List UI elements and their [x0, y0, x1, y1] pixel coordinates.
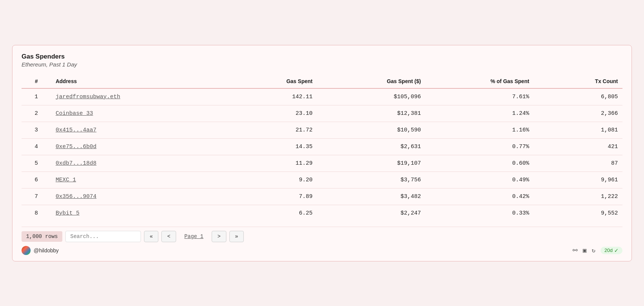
- cell-rank: 1: [22, 88, 51, 105]
- cell-gas-spent: 21.72: [218, 122, 317, 138]
- share-icon[interactable]: ⚯: [573, 247, 577, 254]
- cell-tx-count: 1,081: [534, 122, 622, 138]
- cell-gas-spent: 6.25: [218, 205, 317, 221]
- cell-gas-usd: $12,381: [317, 105, 426, 122]
- days-count: 20d: [604, 247, 613, 253]
- cell-rank: 8: [22, 205, 51, 221]
- next-page-button[interactable]: >: [212, 231, 226, 242]
- cell-rank: 2: [22, 105, 51, 122]
- first-page-button[interactable]: «: [144, 231, 158, 242]
- cell-address[interactable]: 0x356...9074: [51, 188, 218, 205]
- last-page-button[interactable]: »: [229, 231, 244, 242]
- cell-gas-spent: 11.29: [218, 155, 317, 172]
- cell-rank: 4: [22, 138, 51, 155]
- check-icon: ✓: [614, 247, 619, 253]
- cell-pct-gas: 0.77%: [426, 138, 534, 155]
- search-input[interactable]: [65, 231, 141, 242]
- cell-pct-gas: 0.49%: [426, 172, 534, 188]
- cell-tx-count: 1,222: [534, 188, 622, 205]
- avatar: [22, 246, 31, 255]
- main-container: Gas Spenders Ethereum, Past 1 Day # Addr…: [12, 45, 632, 261]
- address-link[interactable]: Bybit 5: [56, 210, 79, 216]
- cell-gas-spent: 14.35: [218, 138, 317, 155]
- rows-count: 1,000 rows: [22, 231, 62, 242]
- cell-gas-spent: 9.20: [218, 172, 317, 188]
- cell-gas-spent: 7.89: [218, 188, 317, 205]
- cell-address[interactable]: MEXC 1: [51, 172, 218, 188]
- table-row: 4 0xe75...6b0d 14.35 $2,631 0.77% 421: [22, 138, 622, 155]
- prev-page-button[interactable]: <: [161, 231, 176, 242]
- cell-address[interactable]: 0xdb7...18d8: [51, 155, 218, 172]
- table-row: 1 jaredfromsubway.eth 142.11 $105,096 7.…: [22, 88, 622, 105]
- cell-pct-gas: 0.42%: [426, 188, 534, 205]
- cell-tx-count: 9,552: [534, 205, 622, 221]
- cell-gas-usd: $19,107: [317, 155, 426, 172]
- address-link[interactable]: 0xe75...6b0d: [56, 144, 96, 150]
- cell-pct-gas: 1.24%: [426, 105, 534, 122]
- address-link[interactable]: 0x356...9074: [56, 193, 96, 200]
- cell-address[interactable]: Bybit 5: [51, 205, 218, 221]
- username: @hildobby: [34, 247, 59, 253]
- cell-pct-gas: 0.60%: [426, 155, 534, 172]
- address-link[interactable]: Coinbase 33: [56, 110, 93, 117]
- status-icons: ⚯ ▣ ↻ 20d ✓: [573, 247, 622, 254]
- col-gas-spent-usd: Gas Spent ($): [317, 74, 426, 88]
- table-row: 8 Bybit 5 6.25 $2,247 0.33% 9,552: [22, 205, 622, 221]
- cell-pct-gas: 1.16%: [426, 122, 534, 138]
- cell-gas-spent: 23.10: [218, 105, 317, 122]
- cell-gas-usd: $3,756: [317, 172, 426, 188]
- cell-rank: 5: [22, 155, 51, 172]
- address-link[interactable]: jaredfromsubway.eth: [56, 94, 120, 100]
- table-footer: 1,000 rows « < Page 1 > »: [22, 227, 622, 242]
- table-row: 6 MEXC 1 9.20 $3,756 0.49% 9,961: [22, 172, 622, 188]
- status-bar: @hildobby ⚯ ▣ ↻ 20d ✓: [22, 244, 622, 255]
- col-address: Address: [51, 74, 218, 88]
- cell-address[interactable]: 0x415...4aa7: [51, 122, 218, 138]
- cell-gas-usd: $105,096: [317, 88, 426, 105]
- page-subtitle: Ethereum, Past 1 Day: [22, 61, 622, 68]
- cell-gas-usd: $3,482: [317, 188, 426, 205]
- cell-gas-usd: $10,590: [317, 122, 426, 138]
- days-badge: 20d ✓: [601, 247, 622, 254]
- page-indicator[interactable]: Page 1: [179, 231, 209, 242]
- undo-icon[interactable]: ↻: [592, 247, 596, 254]
- cell-pct-gas: 0.33%: [426, 205, 534, 221]
- cell-tx-count: 9,961: [534, 172, 622, 188]
- cell-address[interactable]: Coinbase 33: [51, 105, 218, 122]
- cell-tx-count: 87: [534, 155, 622, 172]
- address-link[interactable]: MEXC 1: [56, 177, 76, 183]
- col-pct-gas: % of Gas Spent: [426, 74, 534, 88]
- address-link[interactable]: 0xdb7...18d8: [56, 160, 96, 167]
- header-section: Gas Spenders Ethereum, Past 1 Day: [22, 53, 622, 68]
- camera-icon[interactable]: ▣: [583, 247, 587, 254]
- gas-table: # Address Gas Spent Gas Spent ($) % of G…: [22, 74, 622, 221]
- cell-pct-gas: 7.61%: [426, 88, 534, 105]
- cell-gas-spent: 142.11: [218, 88, 317, 105]
- address-link[interactable]: 0x415...4aa7: [56, 127, 96, 133]
- page-title: Gas Spenders: [22, 53, 622, 60]
- cell-tx-count: 6,805: [534, 88, 622, 105]
- table-row: 7 0x356...9074 7.89 $3,482 0.42% 1,222: [22, 188, 622, 205]
- col-rank: #: [22, 74, 51, 88]
- cell-address[interactable]: 0xe75...6b0d: [51, 138, 218, 155]
- table-row: 3 0x415...4aa7 21.72 $10,590 1.16% 1,081: [22, 122, 622, 138]
- table-header-row: # Address Gas Spent Gas Spent ($) % of G…: [22, 74, 622, 88]
- cell-gas-usd: $2,247: [317, 205, 426, 221]
- user-info: @hildobby: [22, 246, 59, 255]
- cell-address[interactable]: jaredfromsubway.eth: [51, 88, 218, 105]
- cell-tx-count: 2,366: [534, 105, 622, 122]
- table-row: 5 0xdb7...18d8 11.29 $19,107 0.60% 87: [22, 155, 622, 172]
- table-row: 2 Coinbase 33 23.10 $12,381 1.24% 2,366: [22, 105, 622, 122]
- cell-rank: 3: [22, 122, 51, 138]
- cell-rank: 7: [22, 188, 51, 205]
- col-tx-count: Tx Count: [534, 74, 622, 88]
- cell-rank: 6: [22, 172, 51, 188]
- col-gas-spent: Gas Spent: [218, 74, 317, 88]
- cell-tx-count: 421: [534, 138, 622, 155]
- cell-gas-usd: $2,631: [317, 138, 426, 155]
